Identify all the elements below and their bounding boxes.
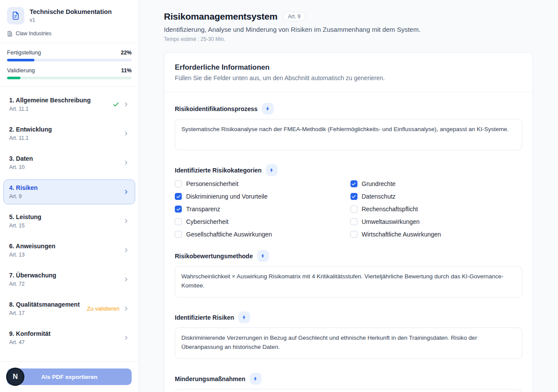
checkbox[interactable]: [350, 218, 357, 225]
chevron-right-icon: [123, 159, 129, 166]
checkbox-label: Rechenschaftspflicht: [362, 206, 418, 213]
sidebar-item-1[interactable]: 1. Allgemeine Beschreibung Art. 11.1: [3, 92, 135, 117]
checkbox[interactable]: [350, 193, 357, 200]
section-title: 7. Überwachung: [9, 272, 56, 279]
sidebar-header: Technische Dokumentation v1 Claw Industr…: [0, 0, 139, 43]
section-nav: 1. Allgemeine Beschreibung Art. 11.1 2. …: [0, 87, 139, 361]
checkbox-label: Personensicherheit: [186, 180, 238, 187]
checkbox-option[interactable]: Wirtschaftliche Auswirkungen: [350, 231, 523, 238]
avatar[interactable]: N: [6, 368, 24, 386]
checkbox-label: Transparenz: [186, 206, 220, 213]
section-title: 8. Qualitätsmanagement: [9, 301, 80, 308]
checkbox[interactable]: [175, 218, 182, 225]
checkbox[interactable]: [350, 206, 357, 213]
field-label: Minderungsmaßnahmen: [175, 375, 245, 382]
checkbox[interactable]: [350, 231, 357, 238]
checkbox-label: Gesellschaftliche Auswirkungen: [186, 231, 272, 238]
company-row: Claw Industries: [7, 30, 132, 37]
completion-label: Fertigstellung: [7, 49, 41, 56]
checkbox[interactable]: [175, 231, 182, 238]
checkbox[interactable]: [175, 193, 182, 200]
card-title: Erforderliche Informationen: [175, 63, 522, 71]
sidebar-item-5[interactable]: 5. Leistung Art. 15: [3, 209, 135, 233]
checkbox-label: Datenschutz: [362, 193, 396, 200]
checkbox-option[interactable]: Personensicherheit: [175, 180, 347, 187]
check-icon: [112, 101, 119, 108]
ai-generate-button[interactable]: [238, 311, 250, 323]
section-article: Art. 11.1: [9, 135, 52, 141]
checkbox-option[interactable]: Diskriminierung und Vorurteile: [175, 193, 347, 200]
validation-progress-fill: [7, 77, 20, 79]
sidebar-item-6[interactable]: 6. Anweisungen Art. 13: [3, 238, 135, 263]
company-name: Claw Industries: [16, 30, 51, 37]
risikoidentifikationsprozess-input[interactable]: Systematische Risikoanalyse nach der FME…: [175, 119, 522, 150]
field-label: Identifizierte Risikokategorien: [175, 167, 262, 174]
ai-generate-button[interactable]: [250, 373, 262, 385]
section-article: Art. 72: [9, 281, 56, 287]
checkbox-option[interactable]: Rechenschaftspflicht: [350, 206, 523, 213]
section-title: 1. Allgemeine Beschreibung: [9, 97, 91, 104]
field-label: Risikobewertungsmethode: [175, 253, 253, 260]
export-pdf-button[interactable]: Als PDF exportieren: [7, 368, 132, 385]
time-estimate: Temps estimé : 25-30 Min.: [164, 36, 533, 42]
checkbox-option[interactable]: Cybersicherheit: [175, 218, 347, 225]
checkbox-label: Cybersicherheit: [186, 218, 228, 225]
main-content: Risikomanagementsystem Art. 9 Identifizi…: [139, 0, 558, 392]
page-header: Risikomanagementsystem Art. 9 Identifizi…: [164, 11, 533, 42]
chevron-right-icon: [123, 130, 129, 137]
checkbox-option[interactable]: Grundrechte: [350, 180, 523, 187]
checkbox-option[interactable]: Gesellschaftliche Auswirkungen: [175, 231, 347, 238]
sidebar-item-8[interactable]: 8. Qualitätsmanagement Art. 17 Zu validi…: [3, 296, 135, 321]
validation-progress: Validierung 11%: [7, 67, 132, 79]
identifizierte-risiken-input[interactable]: Diskriminierende Verzerrungen in Bezug a…: [175, 328, 522, 359]
sidebar-item-7[interactable]: 7. Überwachung Art. 72: [3, 267, 135, 292]
checkbox-option[interactable]: Transparenz: [175, 206, 347, 213]
section-article: Art. 10: [9, 164, 33, 170]
checkbox-option[interactable]: Datenschutz: [350, 193, 523, 200]
section-article: Art. 47: [9, 339, 51, 345]
checkbox-label: Wirtschaftliche Auswirkungen: [362, 231, 441, 238]
ai-generate-button[interactable]: [262, 103, 274, 115]
document-icon: [7, 7, 24, 24]
section-article: Art. 15: [9, 223, 41, 229]
document-meta: Technische Dokumentation v1: [30, 7, 112, 23]
ai-generate-button[interactable]: [257, 250, 269, 262]
completion-value: 22%: [121, 50, 132, 56]
section-article: Art. 9: [9, 193, 37, 199]
risikobewertungsmethode-input[interactable]: Wahrscheinlichkeit × Auswirkung Risikoma…: [175, 266, 522, 297]
section-title: 5. Leistung: [9, 213, 41, 220]
ai-generate-button[interactable]: [266, 164, 278, 176]
sidebar-item-4[interactable]: 4. Risiken Art. 9: [3, 179, 135, 204]
risk-categories-grid: Personensicherheit Diskriminierung und V…: [175, 180, 522, 238]
sidebar-footer: Als PDF exportieren N: [0, 361, 139, 392]
chevron-right-icon: [123, 247, 129, 253]
sidebar-item-2[interactable]: 2. Entwicklung Art. 11.1: [3, 121, 135, 146]
field-minderungsmassnahmen: Minderungsmaßnahmen Vierteljährliche Bia…: [175, 373, 522, 392]
sidebar-item-3[interactable]: 3. Daten Art. 10: [3, 150, 135, 175]
validation-progress-bar: [7, 77, 132, 79]
checkbox[interactable]: [175, 180, 182, 187]
sidebar: Technische Dokumentation v1 Claw Industr…: [0, 0, 139, 392]
completion-progress-fill: [7, 59, 34, 61]
card-header: Erforderliche Informationen Füllen Sie d…: [164, 53, 533, 92]
checkbox[interactable]: [350, 180, 357, 187]
sidebar-item-9[interactable]: 9. Konformität Art. 47: [3, 325, 135, 350]
app-root: Technische Dokumentation v1 Claw Industr…: [0, 0, 558, 392]
progress-section: Fertigstellung 22% Validierung 11%: [0, 43, 139, 87]
field-risikokategorien: Identifizierte Risikokategorien Personen…: [175, 164, 522, 238]
completion-progress: Fertigstellung 22%: [7, 49, 132, 61]
field-label: Risikoidentifikationsprozess: [175, 105, 258, 112]
minderungsmassnahmen-input[interactable]: Vierteljährliche Bias-Audits. Diversifiz…: [175, 389, 522, 392]
checkbox-option[interactable]: Umweltauswirkungen: [350, 218, 523, 225]
building-icon: [7, 31, 13, 37]
document-title: Technische Dokumentation: [30, 8, 112, 15]
field-risikoidentifikationsprozess: Risikoidentifikationsprozess Systematisc…: [175, 103, 522, 152]
checkbox[interactable]: [175, 206, 182, 213]
section-title: 6. Anweisungen: [9, 243, 55, 250]
chevron-right-icon: [123, 189, 129, 195]
chevron-right-icon: [123, 218, 129, 224]
field-identifizierte-risiken: Identifizierte Risiken Diskriminierende …: [175, 311, 522, 361]
section-article: Art. 13: [9, 252, 55, 258]
form-card: Erforderliche Informationen Füllen Sie d…: [164, 52, 533, 392]
chevron-right-icon: [123, 335, 129, 341]
